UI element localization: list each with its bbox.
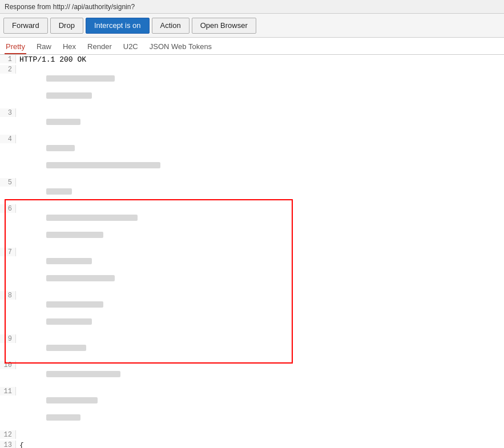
action-button[interactable]: Action (152, 18, 189, 34)
line-7: 7 (0, 248, 504, 291)
tab-pretty[interactable]: Pretty (5, 41, 26, 54)
line-13: 13 { (0, 441, 504, 448)
tab-jwt[interactable]: JSON Web Tokens (148, 41, 213, 54)
drop-button[interactable]: Drop (50, 18, 83, 34)
line-11: 11 (0, 387, 504, 430)
title-bar: Response from http:// /api/authority/sig… (0, 0, 504, 14)
line-9: 9 (0, 334, 504, 361)
intercept-button[interactable]: Intercept is on (86, 18, 150, 34)
content-area: 1 HTTP/1.1 200 OK 2 3 4 5 6 (0, 55, 504, 448)
line-5: 5 (0, 178, 504, 204)
title-text: Response from http:// /api/authority/sig… (5, 3, 135, 11)
open-browser-button[interactable]: Open Browser (192, 18, 256, 34)
tab-raw[interactable]: Raw (35, 41, 53, 54)
toolbar: Forward Drop Intercept is on Action Open… (0, 14, 504, 38)
tab-hex[interactable]: Hex (62, 41, 77, 54)
tab-render[interactable]: Render (86, 41, 113, 54)
line-6: 6 (0, 204, 504, 248)
line-1: 1 HTTP/1.1 200 OK (0, 55, 504, 65)
line-2: 2 (0, 65, 504, 108)
line-12: 12 (0, 430, 504, 441)
line-8: 8 (0, 291, 504, 334)
line-4: 4 (0, 135, 504, 178)
tab-u2c[interactable]: U2C (122, 41, 139, 54)
view-tabs: Pretty Raw Hex Render U2C JSON Web Token… (0, 38, 504, 55)
line-3: 3 (0, 108, 504, 135)
forward-button[interactable]: Forward (3, 18, 48, 34)
line-10: 10 (0, 361, 504, 387)
